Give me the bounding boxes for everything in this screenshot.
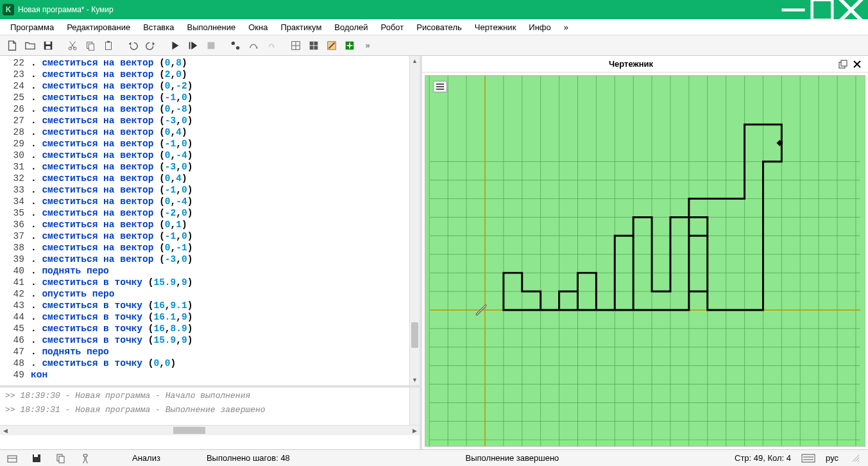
keyboard-icon[interactable] [801, 451, 815, 465]
svg-point-20 [273, 46, 274, 47]
canvas-menu-icon[interactable] [433, 81, 447, 92]
actor1-icon[interactable] [227, 37, 244, 54]
svg-rect-13 [106, 42, 112, 49]
status-bar: Анализ Выполнено шагов: 48 Выполнение за… [0, 449, 868, 466]
menu-item-5[interactable]: Практикум [274, 21, 328, 34]
status-cursor: Стр: 49, Кол: 4 [735, 453, 791, 463]
maximize-button[interactable] [808, 0, 837, 19]
svg-rect-14 [107, 40, 110, 42]
svg-line-10 [70, 41, 75, 48]
menu-item-0[interactable]: Программа [4, 21, 60, 34]
redo-icon[interactable] [142, 37, 159, 54]
paste-icon[interactable] [100, 37, 117, 54]
sb-icon-2[interactable] [30, 451, 44, 465]
status-lang: рус [826, 453, 838, 463]
undo-icon[interactable] [124, 37, 141, 54]
svg-line-9 [70, 41, 75, 48]
svg-point-17 [232, 41, 235, 44]
code-editor[interactable]: 2223242526272829303132333435363738394041… [0, 56, 420, 388]
right-pane-title: Чертежник [426, 59, 836, 69]
svg-rect-5 [46, 41, 50, 44]
svg-rect-6 [46, 46, 50, 49]
menu-item-4[interactable]: Окна [242, 21, 274, 34]
resize-grip-icon[interactable] [849, 451, 863, 465]
svg-rect-16 [208, 42, 215, 49]
scroll-up-icon[interactable]: ▲ [410, 56, 420, 66]
svg-rect-94 [59, 456, 64, 463]
sb-icon-3[interactable] [54, 451, 68, 465]
svg-rect-15 [189, 42, 191, 49]
hscroll-thumb[interactable] [173, 427, 205, 434]
grid2-icon[interactable] [305, 37, 322, 54]
menu-item-1[interactable]: Редактирование [60, 21, 137, 34]
actor3-icon[interactable] [263, 37, 280, 54]
scroll-right-icon[interactable]: ▶ [409, 426, 420, 435]
right-pane-header: Чертежник [422, 56, 868, 73]
console-output: >> 18:39:30 - Новая программа - Начало в… [0, 388, 409, 425]
tool-bar: » [0, 35, 868, 56]
editor-vscrollbar[interactable]: ▲ ▼ [409, 56, 420, 385]
menu-item-3[interactable]: Выполнение [180, 21, 242, 34]
run-icon[interactable] [167, 37, 183, 54]
svg-line-100 [858, 460, 859, 462]
stop-icon[interactable] [203, 37, 219, 54]
open-file-icon[interactable] [22, 37, 38, 54]
save-file-icon[interactable] [40, 37, 56, 54]
svg-rect-95 [802, 454, 815, 462]
close-button[interactable] [837, 0, 865, 19]
svg-point-18 [236, 46, 239, 49]
scroll-left-icon[interactable]: ◀ [0, 426, 10, 435]
svg-rect-12 [89, 44, 94, 50]
status-analysis: Анализ [132, 453, 160, 463]
scroll-thumb[interactable] [411, 322, 418, 348]
detach-icon[interactable] [836, 57, 850, 71]
menu-item-11[interactable]: » [557, 21, 575, 34]
menu-bar: ПрограммаРедактированиеВставкаВыполнение… [0, 19, 868, 35]
actor2-icon[interactable] [245, 37, 262, 54]
right-pane: Чертежник [422, 56, 868, 449]
svg-rect-33 [841, 60, 847, 66]
step-icon[interactable] [185, 37, 201, 54]
menu-item-9[interactable]: Чертежник [468, 21, 523, 34]
paint-icon[interactable] [323, 37, 340, 54]
cut-icon[interactable] [64, 37, 81, 54]
svg-point-19 [256, 47, 258, 49]
status-steps: Выполнено шагов: 48 [207, 453, 290, 463]
line-gutter: 2223242526272829303132333435363738394041… [0, 56, 31, 385]
copy-icon[interactable] [82, 37, 99, 54]
console-hscrollbar[interactable]: ◀ ▶ [0, 425, 420, 435]
drawing-canvas[interactable] [425, 75, 865, 447]
svg-rect-1 [812, 0, 833, 20]
window-title: Новая программа* - Кумир [18, 5, 779, 14]
menu-item-8[interactable]: Рисователь [410, 21, 468, 34]
code-content[interactable]: . сместиться на вектор (0,8). сместиться… [31, 56, 409, 385]
title-bar: K Новая программа* - Кумир [0, 0, 868, 19]
menu-item-2[interactable]: Вставка [137, 21, 180, 34]
menu-item-6[interactable]: Водолей [328, 21, 374, 34]
status-exec: Выполнение завершено [466, 453, 559, 463]
scroll-down-icon[interactable]: ▼ [410, 375, 420, 385]
console-vscrollbar[interactable] [409, 388, 420, 425]
grid1-icon[interactable] [287, 37, 304, 54]
sb-icon-4[interactable] [78, 451, 92, 465]
menu-item-7[interactable]: Робот [375, 21, 411, 34]
sb-icon-1[interactable] [5, 451, 19, 465]
plus-grid-icon[interactable] [341, 37, 358, 54]
svg-rect-89 [8, 456, 17, 462]
new-file-icon[interactable] [4, 37, 21, 54]
app-icon: K [3, 4, 14, 15]
menu-item-10[interactable]: Инфо [522, 21, 557, 34]
left-pane: 2223242526272829303132333435363738394041… [0, 56, 422, 449]
toolbar-overflow-icon[interactable]: » [359, 37, 376, 54]
close-pane-icon[interactable] [850, 57, 864, 71]
svg-rect-92 [34, 454, 38, 457]
minimize-button[interactable] [779, 0, 808, 19]
